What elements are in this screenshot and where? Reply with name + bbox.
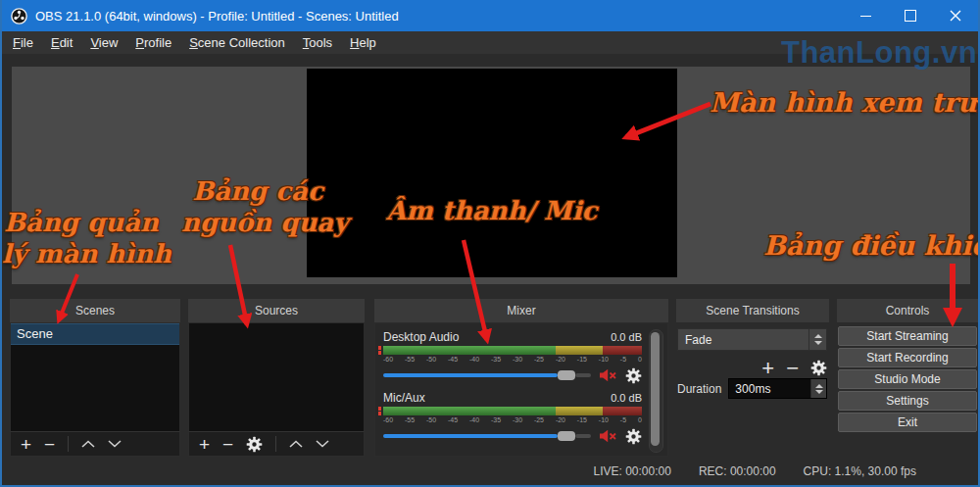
menu-edit[interactable]: Edit [42,31,81,54]
sources-panel-header: Sources [188,299,365,322]
close-button[interactable] [933,0,978,31]
menu-tools[interactable]: Tools [294,31,341,54]
gear-icon [625,428,642,445]
menu-profile[interactable]: Profile [126,31,180,54]
meter-yellow-segment [556,407,604,415]
mixer-channel-desktop-audio: Desktop Audio 0.0 dB -60-55-50-45-40-35-… [383,330,642,382]
mixer-panel: Mixer Desktop Audio 0.0 dB -60-55-50-45-… [374,299,668,457]
transition-properties-gear-icon[interactable] [810,360,827,376]
mixer-channel-mic-aux: Mic/Aux 0.0 dB -60-55-50-45-40-35-30-25-… [383,391,642,443]
maximize-icon [905,10,916,22]
mixer-scrollbar [649,329,663,453]
toolbar-separator [275,436,276,452]
menu-help[interactable]: Help [341,31,385,54]
minimize-icon [860,16,871,17]
studio-mode-button[interactable]: Studio Mode [838,369,977,389]
channel-db-value: 0.0 dB [611,392,642,404]
live-time: LIVE: 00:00:00 [593,464,670,478]
mixer-panel-header: Mixer [374,299,668,322]
obs-window: OBS 21.1.0 (64bit, windows) - Profile: U… [0,0,980,487]
transition-select-spinner[interactable] [808,329,826,350]
settings-button[interactable]: Settings [838,391,977,411]
duration-spinbox[interactable]: 300ms [728,378,827,399]
mute-button[interactable] [599,368,617,382]
menu-file[interactable]: File [4,31,42,54]
scenes-panel: Scenes Scene + − [10,299,180,457]
toolbar-separator [68,436,69,452]
maximize-button[interactable] [888,0,933,31]
channel-settings-button[interactable] [625,428,642,445]
scenes-toolbar: + − [10,431,180,457]
mixer-body: Desktop Audio 0.0 dB -60-55-50-45-40-35-… [374,322,668,457]
spinner-up-icon [814,334,822,338]
transition-selected-value: Fade [678,333,808,347]
menu-scene-collection[interactable]: Scene Collection [180,31,294,54]
mixer-scrollbar-thumb[interactable] [651,332,660,446]
window-title: OBS 21.1.0 (64bit, windows) - Profile: U… [35,9,399,24]
minimize-button[interactable] [843,0,888,31]
controls-panel-header: Controls [837,299,978,322]
meter-peak-indicator [378,407,381,415]
title-bar: OBS 21.1.0 (64bit, windows) - Profile: U… [2,0,978,31]
sources-toolbar: + − [188,431,365,457]
remove-scene-button[interactable]: − [44,435,55,454]
meter-red-segment [603,407,642,415]
volume-slider-handle[interactable] [558,370,575,380]
muted-speaker-icon [599,368,617,382]
scene-list-item[interactable]: Scene [11,323,179,345]
remove-source-button[interactable]: − [222,435,233,454]
transitions-body: Fade + − [676,322,829,457]
meter-yellow-segment [556,346,604,355]
spinner-up-icon [815,384,823,388]
meter-green-segment [383,407,556,415]
menu-bar: File Edit View Profile Scene Collection … [2,31,978,54]
duration-label: Duration [677,382,721,396]
meter-tick-labels: -60-55-50-45-40-35-30-25-20-15-10-50 [383,416,642,424]
gear-icon [625,367,642,384]
move-scene-up-button[interactable] [81,440,95,448]
rec-time: REC: 00:00:00 [699,464,776,478]
meter-red-segment [603,346,642,355]
channel-name: Mic/Aux [383,391,425,405]
volume-meter [383,346,642,355]
sources-list[interactable] [188,322,365,431]
volume-slider-handle[interactable] [558,431,575,441]
move-source-up-button[interactable] [289,440,303,448]
add-source-button[interactable]: + [199,435,210,454]
duration-value: 300ms [729,382,810,396]
muted-speaker-icon [599,429,617,443]
mute-button[interactable] [599,429,617,443]
remove-transition-button[interactable]: − [786,359,799,377]
move-scene-down-button[interactable] [108,440,122,448]
meter-peak-indicator [378,346,381,355]
transition-select[interactable]: Fade [677,328,827,351]
menu-view[interactable]: View [81,31,126,54]
spinner-down-icon [814,341,822,345]
volume-slider[interactable] [383,368,591,382]
add-transition-button[interactable]: + [761,359,774,377]
channel-db-value: 0.0 dB [611,331,642,343]
close-icon [950,10,961,22]
obs-logo-icon [11,8,27,24]
move-source-down-button[interactable] [316,440,329,448]
transitions-panel-header: Scene Transitions [676,299,829,322]
add-scene-button[interactable]: + [21,435,31,454]
exit-button[interactable]: Exit [838,413,977,432]
preview-canvas[interactable] [307,69,677,277]
cpu-fps: CPU: 1.1%, 30.00 fps [804,464,916,478]
start-streaming-button[interactable]: Start Streaming [838,326,977,346]
meter-tick-labels: -60-55-50-45-40-35-30-25-20-15-10-50 [383,356,642,364]
sources-panel: Sources + − [188,299,365,457]
scene-transitions-panel: Scene Transitions Fade + − [676,299,829,457]
spinner-down-icon [815,390,823,394]
volume-slider[interactable] [383,429,591,443]
status-bar: LIVE: 00:00:00 REC: 00:00:00 CPU: 1.1%, … [2,458,978,485]
channel-settings-button[interactable] [625,367,642,384]
duration-spinner[interactable] [810,379,826,398]
controls-panel: Controls Start Streaming Start Recording… [837,299,978,457]
source-properties-gear-icon[interactable] [246,436,263,453]
scenes-list[interactable]: Scene [10,322,180,431]
meter-green-segment [383,346,556,355]
volume-meter [383,407,642,415]
start-recording-button[interactable]: Start Recording [838,348,977,367]
